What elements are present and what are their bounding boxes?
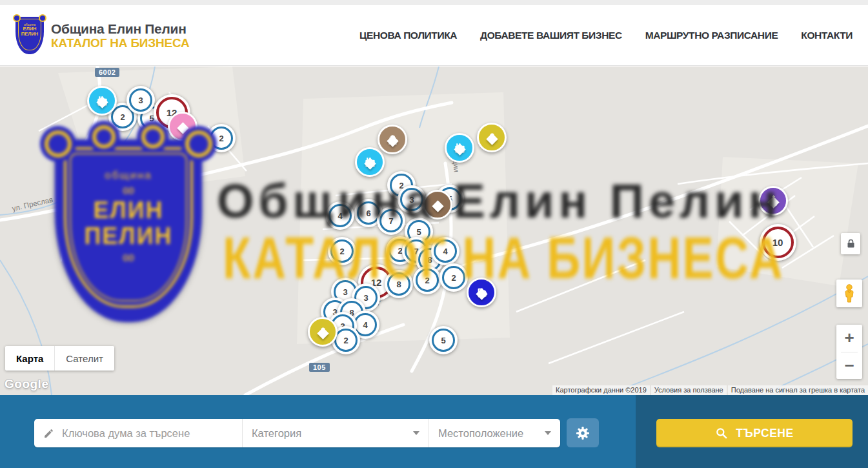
- cluster-marker[interactable]: 2: [328, 237, 356, 265]
- nav-item-pricing[interactable]: ЦЕНОВА ПОЛИТИКА: [359, 30, 457, 41]
- map-attribution: Картографски данни ©2019 Условия за полз…: [551, 385, 868, 395]
- gear-icon: [575, 425, 590, 441]
- cluster-count: 4: [328, 204, 352, 227]
- chevron-down-icon: [545, 431, 551, 435]
- cluster-count: 10: [762, 227, 794, 258]
- nav-item-add-business[interactable]: ДОБАВЕТЕ ВАШИЯТ БИЗНЕС: [480, 30, 622, 41]
- cluster-count: 2: [330, 239, 354, 263]
- location-select[interactable]: Местоположение: [429, 419, 560, 447]
- cluster-count: 3: [129, 88, 152, 112]
- cluster-marker[interactable]: 10: [760, 224, 796, 261]
- map-type-control: Карта Сателит: [5, 346, 114, 371]
- cluster-marker[interactable]: 2: [439, 263, 468, 292]
- lock-button[interactable]: [841, 233, 860, 254]
- fuel-pin[interactable]: [467, 278, 496, 298]
- cluster-count: 3: [400, 188, 423, 211]
- category-select[interactable]: Категория: [243, 419, 429, 447]
- zoom-control: + −: [836, 325, 862, 379]
- cluster-marker[interactable]: 2: [207, 124, 236, 152]
- google-logo: Google: [5, 377, 48, 391]
- cluster-count: 2: [442, 266, 465, 289]
- map-canvas[interactable]: 6002 105 ул. Преслав бул. „Новосел ции 2…: [0, 66, 868, 395]
- keyword-input[interactable]: [61, 427, 242, 440]
- advanced-search-button[interactable]: [567, 418, 599, 447]
- map-data-notice: Картографски данни ©2019: [552, 385, 650, 395]
- cluster-marker[interactable]: 8: [385, 270, 413, 298]
- worker-pin[interactable]: [378, 125, 407, 145]
- cluster-marker[interactable]: 3: [398, 185, 426, 214]
- cluster-count: 4: [434, 239, 457, 263]
- cluster-count: 7: [379, 209, 403, 232]
- municipality-crest-icon: община ЕЛИН ПЕЛИН: [15, 17, 44, 54]
- search-fields: Категория Местоположение: [34, 419, 560, 447]
- category-pin[interactable]: [168, 112, 197, 132]
- main-nav: ЦЕНОВА ПОЛИТИКА ДОБАВЕТЕ ВАШИЯТ БИЗНЕС М…: [359, 30, 853, 41]
- zoom-in-button[interactable]: +: [836, 325, 862, 352]
- cluster-count: 2: [334, 329, 358, 352]
- bag-pin[interactable]: [308, 317, 338, 338]
- pegman-icon: [842, 284, 856, 303]
- lock-icon: [847, 239, 855, 249]
- search-icon: [715, 427, 728, 440]
- page-top-strip: [0, 0, 868, 5]
- cluster-count: 8: [387, 272, 410, 296]
- cluster-marker[interactable]: 2: [413, 266, 441, 294]
- factory-pin[interactable]: [355, 147, 385, 168]
- factory-pin[interactable]: [87, 86, 117, 107]
- pencil-icon: [43, 427, 54, 440]
- cluster-count: 2: [416, 269, 439, 292]
- cluster-count: 5: [432, 329, 455, 352]
- header: община ЕЛИН ПЕЛИН Община Елин Пелин КАТА…: [0, 5, 868, 66]
- flame-pin[interactable]: [423, 190, 452, 210]
- cluster-marker[interactable]: 5: [429, 326, 458, 354]
- church-pin[interactable]: [758, 186, 788, 207]
- search-button[interactable]: ТЪРСЕНЕ: [656, 419, 853, 447]
- search-bar: Категория Местоположение: [0, 395, 868, 468]
- report-error-link[interactable]: Подаване на сигнал за грешка в картата: [728, 385, 868, 395]
- bag-pin[interactable]: [477, 123, 507, 143]
- cluster-marker[interactable]: 4: [431, 237, 459, 265]
- site-subtitle: КАТАЛОГ НА БИЗНЕСА: [51, 36, 190, 50]
- zoom-out-button[interactable]: −: [836, 352, 862, 380]
- site-logo[interactable]: община ЕЛИН ПЕЛИН Община Елин Пелин КАТА…: [15, 17, 190, 54]
- cluster-marker[interactable]: 7: [377, 207, 405, 235]
- cluster-marker[interactable]: 4: [326, 201, 354, 230]
- map-type-satellite-button[interactable]: Сателит: [54, 346, 114, 371]
- site-title: Община Елин Пелин: [51, 21, 190, 36]
- cluster-marker[interactable]: 3: [126, 86, 155, 114]
- cluster-count: 2: [210, 127, 233, 150]
- factory-pin[interactable]: [445, 133, 474, 154]
- chevron-down-icon: [413, 431, 419, 435]
- nav-item-contacts[interactable]: КОНТАКТИ: [801, 30, 853, 41]
- map-type-map-button[interactable]: Карта: [5, 346, 54, 371]
- markers-layer: 253122235647522784128223338432510: [0, 66, 868, 395]
- nav-item-schedule[interactable]: МАРШРУТНО РАЗПИСАНИЕ: [645, 30, 778, 41]
- keyword-field[interactable]: [34, 419, 243, 447]
- street-view-pegman[interactable]: [836, 280, 862, 307]
- terms-link[interactable]: Условия за ползване: [651, 385, 727, 395]
